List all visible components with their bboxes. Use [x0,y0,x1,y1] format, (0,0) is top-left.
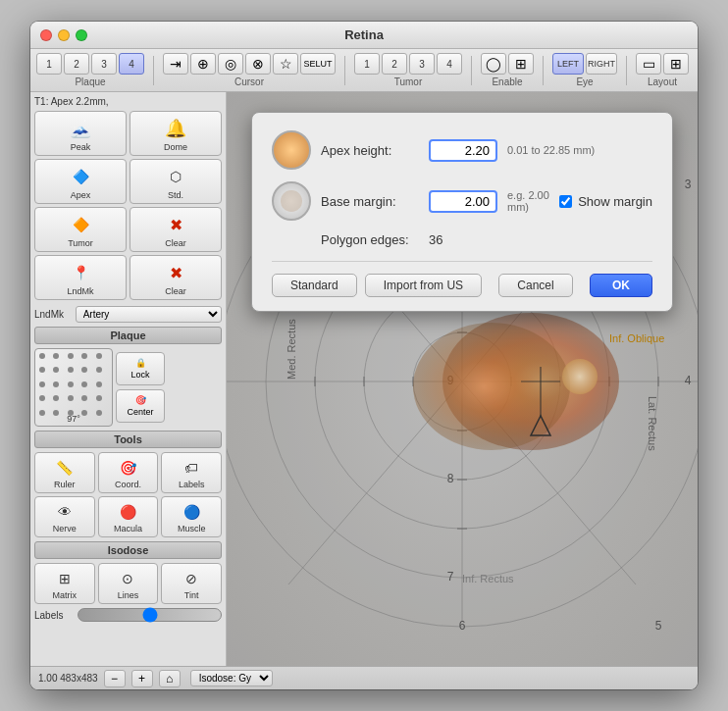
cursor-btn-label[interactable]: SELUT [300,53,336,75]
center-label: Center [127,407,153,417]
ruler-label: Ruler [54,480,76,489]
sidebar-clear-btn-2[interactable]: ✖ Clear [130,255,222,300]
ok-button[interactable]: OK [590,274,652,297]
main-window: Retina 1 2 3 4 Plaque ⇥ ⊕ ◎ ⊗ ☆ SELUT [30,22,698,689]
apex-icon: 🔷 [65,163,96,190]
plaque-btn-1[interactable]: 1 [36,53,62,75]
zoom-in-button[interactable]: + [131,670,153,687]
center-button[interactable]: 🎯 Center [116,389,165,423]
toolbar-enable-group: ◯ ⊞ Enable [481,53,534,87]
tumor-btn-1[interactable]: 1 [354,53,380,75]
layout-grid-btn[interactable]: ⊞ [663,53,689,75]
polygon-edges-value: 36 [429,232,442,247]
landmk-row: LndMk Artery Vein Nerve [34,306,222,323]
base-margin-input[interactable] [429,190,497,213]
muscle-btn[interactable]: 🔵 Muscle [161,496,222,537]
sidebar-dome-btn[interactable]: 🔔 Dome [130,111,222,156]
nerve-icon: 👁 [51,500,78,524]
peak-label: Peak [71,142,91,152]
polygon-edges-row: Polygon edges: 36 [272,232,652,247]
tumor-btn-3[interactable]: 3 [409,53,435,75]
std-label: Std. [168,190,183,200]
sep-1 [153,56,154,85]
isodose-grid: ⊞ Matrix ⊙ Lines ⊘ Tint [34,563,222,604]
standard-button[interactable]: Standard [272,274,357,297]
ruler-icon: 📏 [51,456,78,480]
isodose-select[interactable]: Isodose: Gy [190,670,273,686]
tumor-icon: 🔶 [65,211,96,238]
tumor-label: Tumor [68,238,93,248]
clear-label-2: Clear [165,286,186,296]
lines-btn[interactable]: ⊙ Lines [98,563,159,604]
plaque-btn-3[interactable]: 3 [91,53,117,75]
plaque-display: 97° [34,348,113,427]
labels-btn[interactable]: 🏷 Labels [161,452,222,493]
import-us-button[interactable]: Import from US [365,274,482,297]
main-content: T1: Apex 2.2mm, 🗻 Peak 🔔 Dome 🔷 Apex ⬡ [30,92,698,666]
matrix-label: Matrix [53,590,78,600]
muscle-icon: 🔵 [178,500,205,524]
lines-icon: ⊙ [114,567,141,590]
plaque-btn-2[interactable]: 2 [64,53,89,75]
lines-label: Lines [118,590,139,600]
lock-button[interactable]: 🔒 Lock [116,352,165,385]
matrix-btn[interactable]: ⊞ Matrix [34,563,95,604]
nerve-btn[interactable]: 👁 Nerve [34,496,95,537]
cancel-button[interactable]: Cancel [498,274,572,297]
plaque-label: Plaque [75,76,105,87]
sidebar-landmk-btn[interactable]: 📍 LndMk [34,255,127,300]
toolbar-tumor-group: 1 2 3 4 Tumor [354,53,462,87]
cursor-btn-eye[interactable]: ◎ [218,53,243,75]
sidebar-peak-btn[interactable]: 🗻 Peak [34,111,127,156]
cursor-btn-measure[interactable]: ⊗ [245,53,271,75]
tools-grid: 📏 Ruler 🎯 Coord. 🏷 Labels 👁 Nerve 🔴 [34,452,222,537]
enable-grid-btn[interactable]: ⊞ [508,53,534,75]
minimize-button[interactable] [58,29,70,41]
tint-btn[interactable]: ⊘ Tint [161,563,222,604]
home-button[interactable]: ⌂ [159,670,181,687]
show-margin-row: Show margin [559,194,652,209]
toolbar: 1 2 3 4 Plaque ⇥ ⊕ ◎ ⊗ ☆ SELUT Cursor [30,49,698,92]
artery-select[interactable]: Artery Vein Nerve [76,306,222,323]
tumor-btn-2[interactable]: 2 [382,53,407,75]
sidebar-clear-btn-1[interactable]: ✖ Clear [130,207,222,252]
ruler-btn[interactable]: 📏 Ruler [34,452,95,493]
macula-label: Macula [114,524,142,533]
labels-slider-label: Labels [34,610,74,621]
cursor-btn-cross[interactable]: ⊕ [190,53,216,75]
close-button[interactable] [40,29,52,41]
eye-left-btn[interactable]: LEFT [552,53,584,75]
canvas-area: 9 8 7 6 5 4 3 2 Med. Rectus Lat. Rectus … [227,92,698,666]
cursor-btn-select[interactable]: ☆ [273,53,298,75]
titlebar: Retina [30,22,698,49]
apex-height-input[interactable] [429,139,497,162]
coord-btn[interactable]: 🎯 Coord. [98,452,159,493]
sidebar-apex-btn[interactable]: 🔷 Apex [34,159,127,204]
layout-single-btn[interactable]: ▭ [636,53,661,75]
clear-label-1: Clear [165,238,186,248]
sidebar: T1: Apex 2.2mm, 🗻 Peak 🔔 Dome 🔷 Apex ⬡ [30,92,227,666]
landmk-row-label: LndMk [34,309,73,320]
labels-slider-row: Labels [34,608,222,622]
tumor-btn-4[interactable]: 4 [437,53,462,75]
dome-icon: 🔔 [160,115,191,142]
nerve-label: Nerve [53,524,77,533]
sidebar-tumor-btn[interactable]: 🔶 Tumor [34,207,127,252]
sidebar-std-btn[interactable]: ⬡ Std. [130,159,222,204]
show-margin-checkbox[interactable] [559,195,572,208]
enable-circle-btn[interactable]: ◯ [481,53,506,75]
labels-slider[interactable] [78,608,222,622]
landmk-label: LndMk [67,286,93,296]
cursor-btn-arrow[interactable]: ⇥ [163,53,188,75]
modal-dialog: Apex height: 0.01 to 22.85 mm) Base marg… [251,112,673,312]
plaque-btn-4[interactable]: 4 [119,53,144,75]
macula-icon: 🔴 [114,500,141,524]
sidebar-top-grid: 🗻 Peak 🔔 Dome 🔷 Apex ⬡ Std. 🔶 Tumo [34,111,222,300]
macula-btn[interactable]: 🔴 Macula [98,496,159,537]
apex-label: Apex [71,190,91,200]
window-title: Retina [344,27,384,42]
maximize-button[interactable] [76,29,87,41]
zoom-out-button[interactable]: − [104,670,126,687]
eye-right-btn[interactable]: RIGHT [586,53,617,75]
peak-icon: 🗻 [65,115,96,142]
